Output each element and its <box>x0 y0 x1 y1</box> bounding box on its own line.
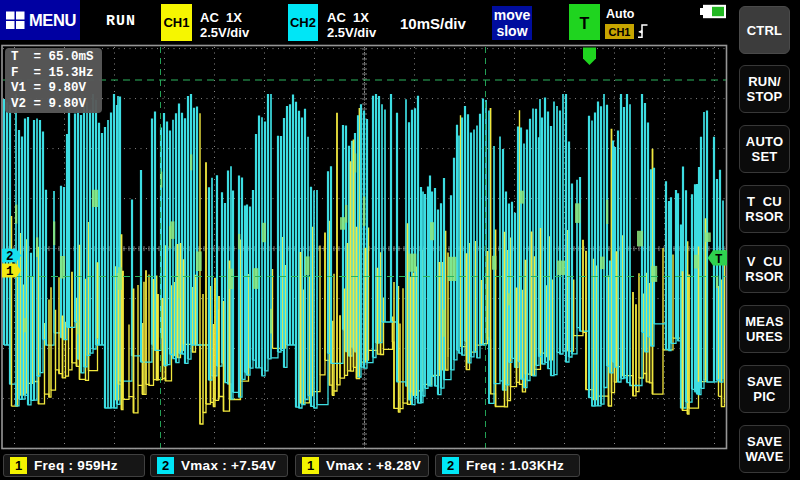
svg-text:1: 1 <box>6 265 14 279</box>
svg-text:T: T <box>715 253 723 267</box>
svg-text:2: 2 <box>6 250 14 264</box>
